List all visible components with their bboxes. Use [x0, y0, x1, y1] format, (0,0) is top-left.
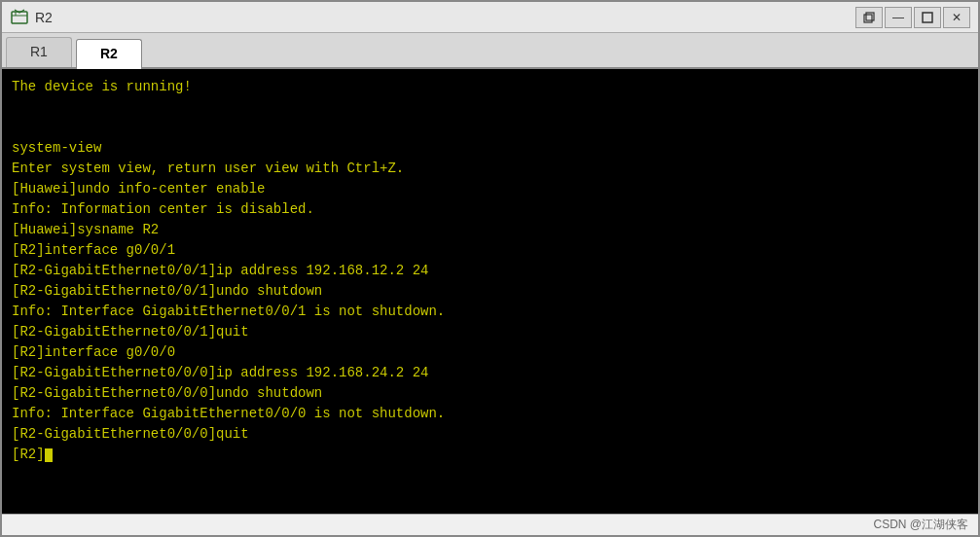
cursor — [45, 448, 53, 462]
tab-bar: R1 R2 — [2, 33, 978, 69]
svg-rect-0 — [12, 12, 27, 23]
svg-rect-5 — [923, 13, 932, 22]
restore-button[interactable] — [855, 7, 883, 28]
title-buttons: — ✕ — [855, 7, 970, 28]
minimize-button[interactable]: — — [885, 7, 912, 28]
tab-r1[interactable]: R1 — [6, 37, 72, 67]
svg-rect-4 — [866, 13, 874, 20]
terminal-output: The device is running! system-view Enter… — [12, 77, 968, 465]
close-button[interactable]: ✕ — [943, 7, 970, 28]
status-text: CSDN @江湖侠客 — [873, 517, 968, 533]
maximize-button[interactable] — [914, 7, 941, 28]
tab-r2[interactable]: R2 — [76, 39, 142, 69]
svg-rect-3 — [864, 15, 872, 22]
window-title: R2 — [35, 10, 855, 25]
minimize-icon: — — [892, 11, 904, 24]
status-bar: CSDN @江湖侠客 — [2, 514, 978, 535]
window-icon — [10, 8, 29, 27]
terminal-area[interactable]: The device is running! system-view Enter… — [2, 69, 978, 514]
title-bar: R2 — ✕ — [2, 2, 978, 33]
main-window: R2 — ✕ R1 R2 The — [0, 0, 980, 537]
close-icon: ✕ — [952, 11, 962, 24]
